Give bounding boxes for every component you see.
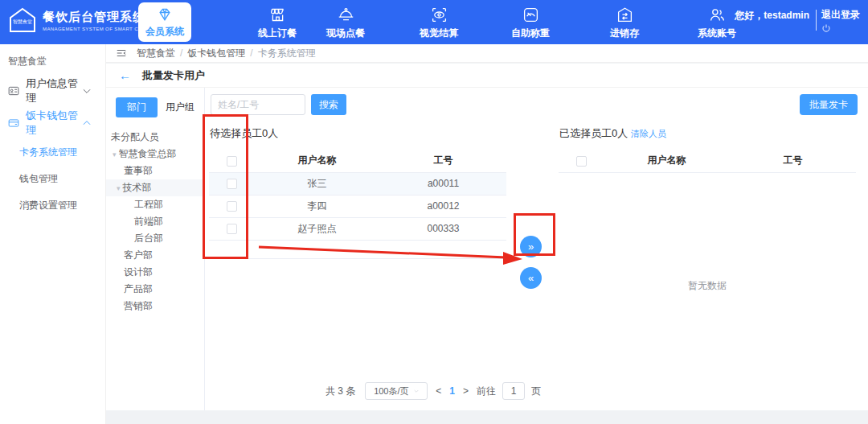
column-header: 用户名称 (604, 150, 730, 172)
sidebar-item-card-wallet[interactable]: 饭卡钱包管理 (0, 107, 105, 139)
gem-icon (157, 6, 173, 23)
tree-node[interactable]: 营销部 (106, 298, 204, 315)
tree-node[interactable]: 客户部 (106, 247, 204, 264)
nav-item-visual-checkout[interactable]: 视觉结算 (405, 6, 473, 40)
logout-button[interactable]: 退出登录 (821, 8, 863, 35)
employee-name: 李四 (254, 195, 380, 217)
tree-node[interactable]: 设计部 (106, 264, 204, 281)
left-sidebar: 智慧食堂 用户信息管理 饭卡钱包管理 卡务系统管理 钱包管理 消费设置管理 (0, 44, 106, 424)
tab-user-group[interactable]: 用户组 (166, 101, 194, 114)
app-logo: 智慧食堂 餐饮后台管理系统 MANAGEMENT SYSTEM OF SMART… (8, 6, 160, 34)
employee-id: 000333 (380, 217, 506, 240)
nav-item-online-order[interactable]: 线上订餐 (244, 6, 311, 40)
app-root: 智慧食堂 餐饮后台管理系统 MANAGEMENT SYSTEM OF SMART… (0, 0, 868, 424)
breadcrumb-current: 卡务系统管理 (258, 47, 316, 60)
table-row: 李四 a00012 (209, 195, 506, 217)
sidebar-section-label: 智慧食堂 (0, 44, 105, 68)
caret-icon: ▾ (117, 184, 121, 192)
table-header-row: 用户名称 工号 (559, 150, 856, 172)
tree-node[interactable]: ▾智慧食堂总部 (106, 146, 204, 163)
tree-node[interactable]: 前端部 (106, 213, 204, 230)
batch-issue-card-button[interactable]: 批量发卡 (800, 94, 858, 115)
total-count: 共 3 条 (326, 385, 355, 398)
select-all-checkbox[interactable] (576, 156, 587, 167)
search-button[interactable]: 搜索 (311, 94, 346, 115)
goto-page-input[interactable] (502, 382, 525, 400)
sidebar-subitem-consume-settings[interactable]: 消费设置管理 (0, 192, 105, 219)
row-checkbox[interactable] (227, 179, 237, 189)
employee-name: 赵子照点 (254, 217, 380, 240)
chevron-down-icon (413, 388, 420, 394)
goto-unit: 页 (531, 385, 541, 398)
tree-node[interactable]: 产品部 (106, 281, 204, 298)
table-row: 赵子照点 000333 (209, 217, 506, 240)
column-header: 工号 (380, 150, 506, 172)
main-area: 智慧食堂 / 饭卡钱包管理 / 卡务系统管理 ← 批量发卡用户 部门 用户组 未… (106, 44, 868, 424)
tree-node[interactable]: 董事部 (106, 163, 204, 179)
page-size-select[interactable]: 100条/页 (365, 382, 428, 400)
nav-item-onsite-order[interactable]: 现场点餐 (312, 6, 379, 40)
breadcrumb: 智慧食堂 / 饭卡钱包管理 / 卡务系统管理 (106, 44, 868, 63)
clear-selected-link[interactable]: 清除人员 (631, 128, 666, 140)
sidebar-item-user-info[interactable]: 用户信息管理 (0, 75, 105, 107)
sidebar-subitem-wallet[interactable]: 钱包管理 (0, 166, 105, 192)
department-tree-panel: 部门 用户组 未分配人员 ▾智慧食堂总部 董事部 ▾技术部 工程部 前端部 后台… (106, 88, 205, 410)
tree-node-selected[interactable]: ▾技术部 (106, 179, 204, 196)
breadcrumb-item[interactable]: 智慧食堂 (137, 47, 175, 60)
users-icon (709, 6, 726, 23)
tab-department[interactable]: 部门 (116, 97, 158, 117)
svg-text:智慧食堂: 智慧食堂 (13, 19, 32, 25)
divider (816, 10, 817, 31)
nav-item-self-weighing[interactable]: 自助称重 (497, 6, 564, 40)
card-header: ← 批量发卡用户 (106, 64, 868, 88)
back-button[interactable]: ← (119, 68, 131, 82)
page-title: 批量发卡用户 (142, 68, 205, 83)
current-page[interactable]: 1 (449, 385, 455, 397)
employee-id: a00011 (380, 172, 506, 195)
chevron-down-icon (81, 85, 92, 97)
prev-page-button[interactable]: < (434, 385, 443, 397)
column-header: 用户名称 (254, 150, 380, 172)
sidebar-subitem-card-system[interactable]: 卡务系统管理 (0, 139, 105, 166)
pending-list-title: 待选择员工0人 (210, 126, 278, 141)
goto-label: 前往 (477, 385, 496, 398)
caret-icon: ▾ (113, 150, 117, 158)
search-input[interactable] (211, 94, 305, 115)
scan-eye-icon (431, 6, 448, 23)
move-left-button[interactable]: « (520, 267, 542, 289)
greeting-text: 您好，testadmin (735, 8, 809, 23)
column-header: 工号 (730, 150, 856, 172)
selected-employees-table: 用户名称 工号 (559, 150, 856, 173)
next-page-button[interactable]: > (461, 385, 470, 397)
power-icon (821, 23, 831, 33)
table-spacer-row (209, 240, 506, 258)
content-card: ← 批量发卡用户 部门 用户组 未分配人员 ▾智慧食堂总部 董事部 ▾技术部 工… (106, 64, 868, 410)
selected-list-title: 已选择员工0人 (559, 126, 628, 141)
nav-item-member-system[interactable]: 会员系统 (138, 2, 191, 42)
row-checkbox[interactable] (227, 224, 237, 234)
breadcrumb-item[interactable]: 饭卡钱包管理 (187, 47, 245, 60)
table-header-row: 用户名称 工号 (209, 150, 506, 172)
nav-item-inventory[interactable]: 进销存 (591, 6, 658, 40)
tree-node[interactable]: 未分配人员 (106, 129, 204, 146)
storefront-icon (269, 6, 286, 23)
scale-icon (522, 6, 539, 23)
pending-employees-table: 用户名称 工号 张三 a00011 李四 a00012 (209, 150, 506, 259)
select-all-checkbox[interactable] (227, 156, 237, 167)
top-header: 智慧食堂 餐饮后台管理系统 MANAGEMENT SYSTEM OF SMART… (0, 0, 868, 44)
tree-node[interactable]: 工程部 (106, 196, 204, 213)
employee-name: 张三 (254, 172, 380, 195)
collapse-menu-icon[interactable] (116, 47, 127, 59)
transfer-workspace: 搜索 批量发卡 待选择员工0人 用户名称 工号 张三 a00011 (205, 88, 868, 410)
chevron-up-icon (81, 117, 92, 129)
move-right-button[interactable]: » (520, 236, 542, 257)
user-area: 您好，testadmin 退出登录 (735, 8, 863, 35)
row-checkbox[interactable] (227, 201, 237, 212)
dish-icon (338, 6, 354, 23)
warehouse-icon (616, 6, 633, 23)
tree-node[interactable]: 后台部 (106, 230, 204, 247)
smart-canteen-logo-icon: 智慧食堂 (8, 6, 37, 34)
empty-state-text: 暂无数据 (559, 279, 856, 293)
wallet-icon (8, 117, 19, 129)
id-card-icon (8, 85, 19, 97)
